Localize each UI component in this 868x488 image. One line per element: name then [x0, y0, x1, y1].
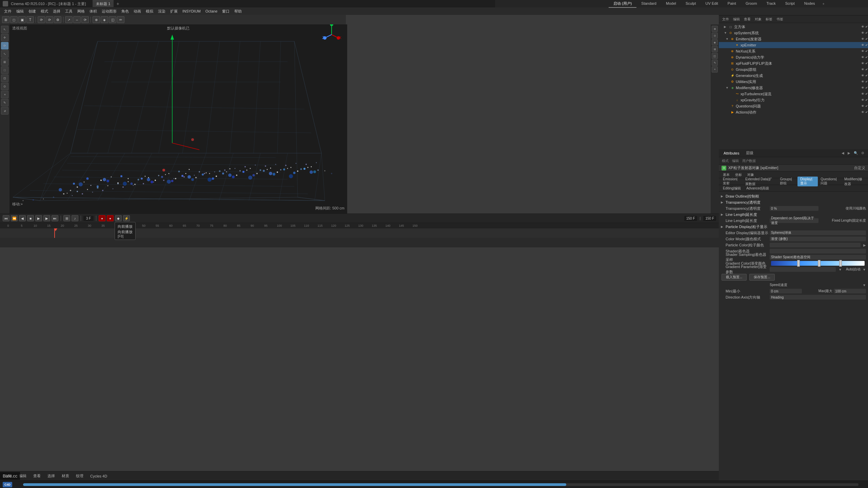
shader-value[interactable] [770, 249, 866, 253]
attr-section-drawoutline[interactable]: ▶ Draw Outline|控制框 [719, 193, 868, 199]
record-button[interactable]: ● [99, 215, 105, 221]
toolbar-btn-7[interactable]: ↗ [65, 16, 73, 23]
left-tool-transform[interactable]: ⊞ [1, 58, 8, 66]
left-tool-5[interactable]: □ [1, 66, 8, 74]
tree-action-vis-xpturb[interactable]: 👁 [861, 92, 864, 96]
menu-extend[interactable]: 扩展 [168, 8, 180, 15]
attr-tool-edit[interactable]: 编辑 [731, 158, 740, 164]
current-frame-display[interactable]: 3 F [83, 216, 94, 221]
toolbar-btn-6[interactable]: ⚙ [54, 16, 61, 23]
tree-action-render-actions[interactable]: ✔ [865, 110, 868, 114]
left-tool-10[interactable]: ⌀ [1, 107, 8, 115]
gradientparam-value[interactable] [770, 267, 836, 272]
tree-action-render-utilities[interactable]: ✔ [865, 80, 868, 83]
left-tool-6[interactable]: ⊡ [1, 75, 8, 82]
tree-item-generators[interactable]: ⚡ Generators|生成 👁 ✔ [719, 73, 868, 79]
keyframe-button[interactable]: ◆ [115, 215, 122, 221]
go-to-start-button[interactable]: ⏮ [3, 215, 9, 221]
attr-tab-editing[interactable]: Editing|编辑 [720, 185, 744, 191]
menu-select[interactable]: 选择 [51, 8, 62, 15]
vrt-btn-5[interactable]: ◫ [712, 53, 718, 59]
menu-window[interactable]: 窗口 [220, 8, 232, 15]
end-frame-display2[interactable]: 150 F [703, 216, 716, 221]
tree-action-vis-questions[interactable]: 👁 [861, 104, 864, 108]
mode-tab-groom[interactable]: Groom [741, 0, 762, 7]
tree-item-xpgrav[interactable]: ↓ xpGravity|引力 👁 ✔ [719, 97, 868, 103]
tree-action-render-xpsystem[interactable]: ✔ [865, 31, 868, 35]
vrt-btn-7[interactable]: ⌖ [712, 66, 718, 73]
toolbar-btn-1[interactable]: ⊞ [2, 16, 9, 23]
attr-nav-prev[interactable]: ◀ [841, 151, 845, 155]
save-preset-button[interactable]: 保存预置... [749, 274, 774, 281]
speed-dropdown[interactable]: ▼ [863, 283, 866, 287]
prev-frame-button[interactable]: ◀ [19, 215, 26, 221]
vrt-btn-4[interactable]: ⊞ [712, 46, 718, 52]
linelength-value[interactable]: Dependent on Speed|取决于速度 [770, 218, 818, 223]
attr-tool-user[interactable]: 用户数据 [741, 158, 757, 164]
mode-tab-standard[interactable]: Standard [636, 0, 661, 7]
titlebar-tab-1[interactable]: 未标题 1 [93, 0, 114, 7]
rpbtn-tag[interactable]: 标签 [764, 17, 774, 22]
tree-item-xpturb[interactable]: 〜 xpTurbulence|湍流 👁 ✔ [719, 91, 868, 97]
menu-mesh[interactable]: 网格 [75, 8, 87, 15]
tree-action-vis-xpflip[interactable]: 👁 [861, 62, 864, 65]
attr-nav-next[interactable]: ▶ [847, 151, 851, 155]
attr-settings-icon[interactable]: ⚙ [860, 151, 865, 155]
toolbar-btn-3[interactable]: ▣ [18, 16, 26, 23]
left-tool-cursor[interactable]: ↖ [1, 26, 8, 33]
tree-item-dynamics[interactable]: ⊕ Dynamics|动力学 👁 ✔ [719, 54, 868, 60]
gradient-bar[interactable] [771, 261, 865, 266]
left-tool-9[interactable]: ✎ [1, 99, 8, 106]
tree-action-render-cube[interactable]: ✔ [865, 25, 868, 28]
menu-character[interactable]: 角色 [119, 8, 131, 15]
go-to-end-button[interactable]: ⏭ [52, 215, 58, 221]
vrt-btn-1[interactable]: ⊕ [712, 26, 718, 32]
tree-item-xpsystem[interactable]: ▼ ⊙ xpSystem|系统 👁 ✔ [719, 30, 868, 36]
tree-item-utilities[interactable]: ⚙ Utilities|实用 👁 ✔ [719, 79, 868, 85]
tree-action-vis-nexus[interactable]: 👁 [861, 49, 864, 53]
transparency-value[interactable]: 0 % [770, 206, 818, 211]
attr-tab-attributes[interactable]: Attributes [722, 150, 741, 156]
menu-file[interactable]: 文件 [2, 8, 14, 15]
colormode-value[interactable]: 渐变 (参数) [770, 237, 866, 241]
tree-expand-cube[interactable]: ▶ [724, 25, 727, 28]
viewport[interactable]: 透视视图 默认摄像机已 [9, 24, 347, 214]
titlebar-tab-add[interactable]: + [115, 1, 120, 6]
toolbar-btn-text[interactable]: T [26, 16, 34, 23]
menu-body[interactable]: 体积 [87, 8, 99, 15]
next-frame-button[interactable]: ▶ [43, 215, 50, 221]
attr-tab-display[interactable]: Display|显示 [797, 177, 818, 186]
tree-action-vis-utilities[interactable]: 👁 [861, 80, 864, 83]
bottom-tool-material[interactable]: 材质 [60, 473, 71, 479]
left-tool-active[interactable]: ⟳ [1, 42, 8, 49]
menu-tools[interactable]: 工具 [63, 8, 75, 15]
tree-item-nexus[interactable]: ⊗ NeXus|关系 👁 ✔ [719, 48, 868, 54]
tree-expand-modifiers[interactable]: ▼ [726, 86, 729, 89]
bottom-tool-cycles4d[interactable]: Cycles 4D [88, 473, 109, 479]
tree-item-groups[interactable]: ⊙ Groups|群组 👁 ✔ [719, 66, 868, 73]
tree-action-vis-xpemitter[interactable]: 👁 [861, 43, 864, 47]
menu-edit[interactable]: 编辑 [14, 8, 26, 15]
mode-tab-sculpt[interactable]: Sculpt [681, 0, 701, 7]
toolbar-btn-4[interactable]: ⟳ [38, 16, 45, 23]
bottom-tool-view[interactable]: 查看 [31, 473, 43, 479]
play-backward-button[interactable]: ⏪ [11, 215, 18, 221]
tree-action-render-dynamics[interactable]: ✔ [865, 56, 868, 59]
gradientparam-auto-dropdown[interactable]: ▼ [863, 268, 866, 271]
audio-button[interactable]: ♪ [72, 215, 78, 221]
tree-item-cube[interactable]: ▶ □ 立方体 👁 ✔ [719, 24, 868, 30]
tree-action-vis-modifiers[interactable]: 👁 [861, 86, 864, 89]
menu-insydium[interactable]: INSYDIUM [180, 8, 203, 14]
max-value[interactable]: 100 cm [834, 289, 866, 293]
rpbtn-edit[interactable]: 编辑 [732, 17, 741, 22]
gradient-stop-3[interactable] [839, 260, 842, 267]
vrt-btn-6[interactable]: ✎ [712, 60, 718, 66]
gradient-stop-1[interactable] [797, 260, 800, 267]
attr-tab-emission[interactable]: Emission|发射 [720, 177, 743, 186]
shadersampling-value[interactable]: Shader Space|着色器空间 [770, 255, 866, 260]
tree-action-render-emitters[interactable]: ✔ [865, 37, 868, 41]
attr-section-transparency[interactable]: ▶ Transparency|透明度 [719, 199, 868, 205]
timeline-track[interactable] [0, 228, 719, 238]
menu-render[interactable]: 渲染 [156, 8, 167, 15]
tree-action-render-nexus[interactable]: ✔ [865, 49, 868, 53]
